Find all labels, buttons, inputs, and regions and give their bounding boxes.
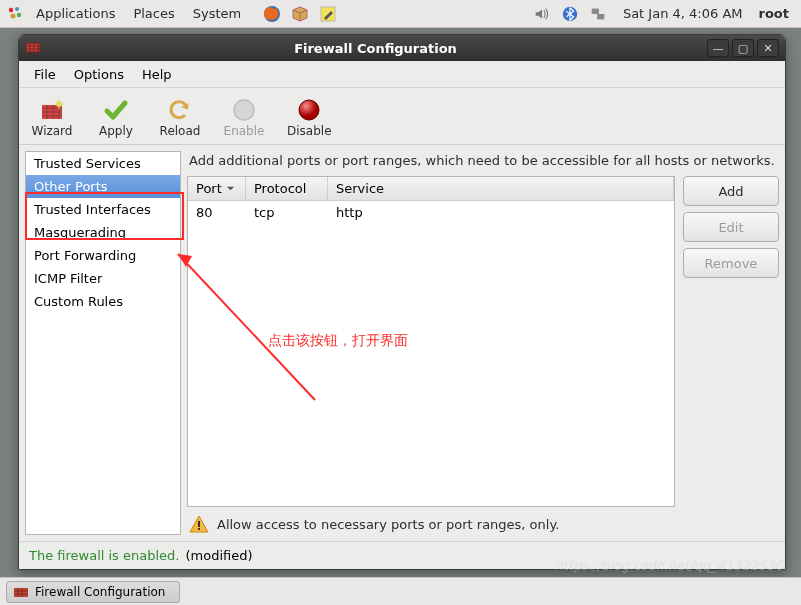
gnome-bottom-panel: Firewall Configuration bbox=[0, 577, 801, 605]
svg-rect-8 bbox=[597, 14, 604, 19]
sidebar-item-trusted-interfaces[interactable]: Trusted Interfaces bbox=[26, 198, 180, 221]
pane-description: Add additional ports or port ranges, whi… bbox=[187, 151, 779, 176]
status-enabled-text: The firewall is enabled. bbox=[29, 548, 179, 563]
firefox-icon[interactable] bbox=[261, 3, 283, 25]
maximize-button[interactable]: ▢ bbox=[732, 39, 754, 57]
reload-icon bbox=[166, 96, 194, 124]
close-button[interactable]: ✕ bbox=[757, 39, 779, 57]
volume-icon[interactable] bbox=[531, 3, 553, 25]
firewall-config-window: Firewall Configuration — ▢ ✕ File Option… bbox=[18, 34, 786, 570]
reload-button[interactable]: Reload bbox=[155, 94, 205, 140]
annotation-text: 点击该按钮，打开界面 bbox=[268, 332, 408, 350]
window-app-icon bbox=[25, 39, 41, 58]
svg-rect-7 bbox=[592, 8, 599, 13]
menubar: File Options Help bbox=[19, 61, 785, 88]
svg-point-12 bbox=[56, 101, 62, 107]
table-header: Port Protocol Service bbox=[188, 177, 674, 201]
minimize-button[interactable]: — bbox=[707, 39, 729, 57]
sort-down-icon bbox=[226, 184, 235, 193]
enable-icon bbox=[230, 96, 258, 124]
col-protocol[interactable]: Protocol bbox=[246, 177, 328, 200]
status-modified-text: (modified) bbox=[185, 548, 252, 563]
apply-button[interactable]: Apply bbox=[91, 94, 141, 140]
port-buttons: Add Edit Remove bbox=[683, 176, 779, 507]
sidebar-item-port-forwarding[interactable]: Port Forwarding bbox=[26, 244, 180, 267]
panel-menu-system[interactable]: System bbox=[185, 4, 249, 23]
taskbar-item-firewall[interactable]: Firewall Configuration bbox=[6, 581, 180, 603]
panel-user[interactable]: root bbox=[755, 6, 798, 21]
add-button[interactable]: Add bbox=[683, 176, 779, 206]
svg-point-1 bbox=[15, 7, 19, 11]
package-icon[interactable] bbox=[289, 3, 311, 25]
gnome-foot-icon bbox=[4, 3, 26, 25]
disable-button[interactable]: Disable bbox=[283, 94, 336, 140]
port-table: Port Protocol Service 80 tcp http bbox=[187, 176, 675, 507]
menu-help[interactable]: Help bbox=[133, 64, 181, 85]
hint-text: Allow access to necessary ports or port … bbox=[217, 517, 559, 532]
sidebar-item-other-ports[interactable]: Other Ports bbox=[26, 175, 180, 198]
sidebar-item-custom-rules[interactable]: Custom Rules bbox=[26, 290, 180, 313]
sidebar: Trusted Services Other Ports Trusted Int… bbox=[25, 151, 181, 535]
network-icon[interactable] bbox=[587, 3, 609, 25]
note-icon[interactable] bbox=[317, 3, 339, 25]
hint-row: Allow access to necessary ports or port … bbox=[187, 507, 779, 535]
svg-rect-18 bbox=[198, 521, 200, 527]
panel-menu-places[interactable]: Places bbox=[125, 4, 182, 23]
enable-button: Enable bbox=[219, 94, 269, 140]
sidebar-item-trusted-services[interactable]: Trusted Services bbox=[26, 152, 180, 175]
sidebar-item-icmp-filter[interactable]: ICMP Filter bbox=[26, 267, 180, 290]
titlebar[interactable]: Firewall Configuration — ▢ ✕ bbox=[19, 35, 785, 61]
edit-button: Edit bbox=[683, 212, 779, 242]
menu-file[interactable]: File bbox=[25, 64, 65, 85]
wizard-button[interactable]: Wizard bbox=[27, 94, 77, 140]
watermark: https://blog.csdn.net/qq_41322536 bbox=[555, 558, 783, 573]
bluetooth-icon[interactable] bbox=[559, 3, 581, 25]
taskbar-app-icon bbox=[13, 584, 29, 600]
remove-button: Remove bbox=[683, 248, 779, 278]
table-row[interactable]: 80 tcp http bbox=[188, 201, 674, 224]
wizard-icon bbox=[38, 96, 66, 124]
svg-point-0 bbox=[9, 7, 13, 11]
sidebar-item-masquerading[interactable]: Masquerading bbox=[26, 221, 180, 244]
svg-rect-19 bbox=[198, 528, 200, 530]
gnome-top-panel: Applications Places System Sat Jan 4, 4:… bbox=[0, 0, 801, 28]
window-title: Firewall Configuration bbox=[47, 41, 704, 56]
toolbar: Wizard Apply Reload Enable Disable bbox=[19, 88, 785, 145]
apply-icon bbox=[102, 96, 130, 124]
panel-clock[interactable]: Sat Jan 4, 4:06 AM bbox=[613, 6, 753, 21]
svg-point-2 bbox=[11, 13, 16, 18]
col-port[interactable]: Port bbox=[188, 177, 246, 200]
menu-options[interactable]: Options bbox=[65, 64, 133, 85]
col-service[interactable]: Service bbox=[328, 177, 674, 200]
warning-icon bbox=[189, 515, 209, 533]
svg-point-3 bbox=[17, 12, 21, 16]
panel-menu-applications[interactable]: Applications bbox=[28, 4, 123, 23]
disable-icon bbox=[295, 96, 323, 124]
svg-rect-21 bbox=[14, 588, 28, 597]
